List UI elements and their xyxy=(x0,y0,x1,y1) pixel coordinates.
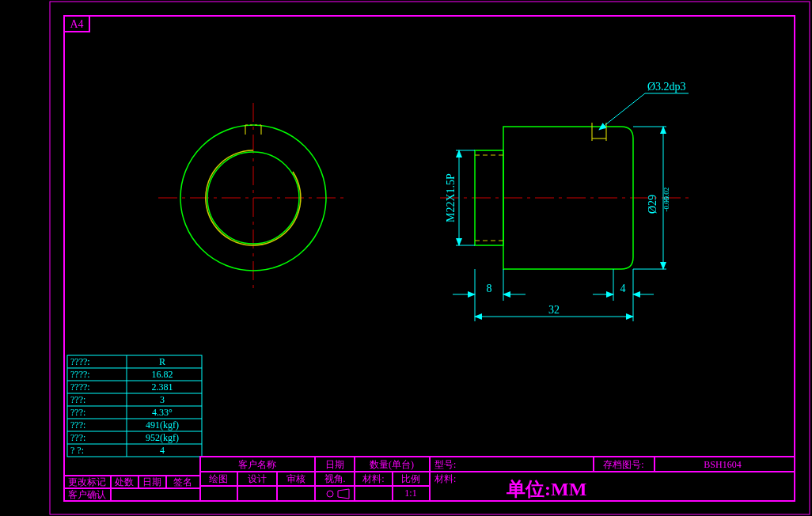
svg-text:更改标记: 更改标记 xyxy=(68,476,106,488)
svg-text:客户确认: 客户确认 xyxy=(68,489,106,500)
svg-text:型号:: 型号: xyxy=(434,459,456,470)
svg-text:-0.05: -0.05 xyxy=(662,196,670,211)
svg-text:???:: ???: xyxy=(70,432,85,443)
svg-text:材料:: 材料: xyxy=(362,473,384,484)
svg-text:4: 4 xyxy=(620,283,626,294)
svg-text:4: 4 xyxy=(160,445,165,456)
svg-text:客户名称: 客户名称 xyxy=(238,459,276,470)
svg-text:处数: 处数 xyxy=(115,476,134,488)
svg-text:???:: ???: xyxy=(70,407,85,418)
svg-text:????:: ????: xyxy=(70,381,90,393)
callout-text: Ø3.2dp3 xyxy=(647,81,686,93)
svg-text:M22X1.5P: M22X1.5P xyxy=(445,173,457,222)
svg-text:材料:: 材料: xyxy=(434,473,456,484)
svg-text:日期: 日期 xyxy=(325,459,344,470)
svg-rect-0 xyxy=(0,0,812,516)
svg-text:数量(单台): 数量(单台) xyxy=(370,459,414,470)
archive-number: BSH1604 xyxy=(704,459,741,470)
svg-text:审核: 审核 xyxy=(286,473,305,484)
svg-text:2.381: 2.381 xyxy=(152,381,173,393)
svg-text:???:: ???: xyxy=(70,419,85,431)
svg-text:比例: 比例 xyxy=(401,473,420,484)
svg-text:????:: ????: xyxy=(70,356,90,367)
svg-text:日期: 日期 xyxy=(142,476,161,488)
sheet-format: A4 xyxy=(70,18,83,30)
svg-text:16.82: 16.82 xyxy=(152,369,173,380)
svg-text:?  ?:: ? ?: xyxy=(70,445,84,456)
svg-text:签名: 签名 xyxy=(173,476,192,488)
svg-text:R: R xyxy=(159,356,165,367)
svg-text:存档图号:: 存档图号: xyxy=(603,459,643,470)
svg-text:8: 8 xyxy=(487,283,492,294)
svg-text:????:: ????: xyxy=(70,369,90,380)
svg-text:952(kgf): 952(kgf) xyxy=(146,432,179,443)
svg-text:1:1: 1:1 xyxy=(404,488,416,499)
svg-text:Ø29: Ø29 xyxy=(647,195,658,214)
svg-text:绘图: 绘图 xyxy=(209,473,228,484)
svg-text:491(kgf): 491(kgf) xyxy=(146,419,179,431)
svg-text:3: 3 xyxy=(160,394,165,405)
svg-text:32: 32 xyxy=(548,304,560,316)
unit-label: 单位:MM xyxy=(506,479,586,499)
svg-text:视角.: 视角. xyxy=(324,473,346,484)
drawing-sheet: .frame { stroke:#ff00ff; fill:none; } .f… xyxy=(0,0,812,516)
svg-text:???:: ???: xyxy=(70,394,85,405)
svg-text:设计: 设计 xyxy=(248,473,267,484)
svg-text:4.33°: 4.33° xyxy=(152,407,173,418)
